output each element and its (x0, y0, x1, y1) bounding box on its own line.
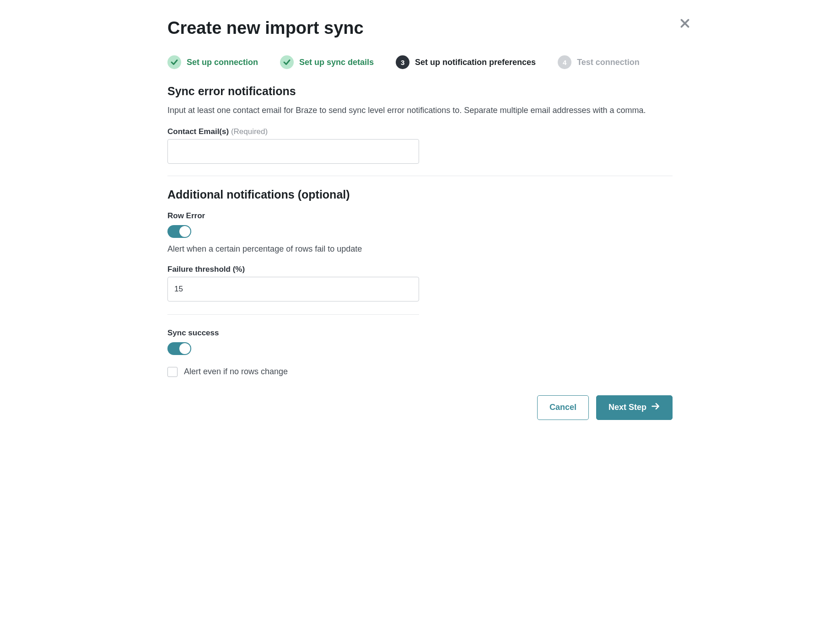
section-divider (167, 176, 673, 176)
additional-notifications-heading: Additional notifications (optional) (167, 188, 673, 201)
sync-success-toggle[interactable] (167, 342, 191, 355)
row-error-toggle[interactable] (167, 225, 191, 238)
arrow-right-icon (651, 402, 660, 413)
step-sync-details[interactable]: Set up sync details (280, 55, 374, 69)
alert-no-rows-checkbox[interactable] (167, 367, 178, 377)
sync-success-label: Sync success (167, 328, 673, 338)
sync-success-group: Sync success Alert even if no rows chang… (167, 328, 673, 377)
check-icon (167, 55, 181, 69)
failure-threshold-label: Failure threshold (%) (167, 265, 673, 274)
close-button[interactable] (676, 15, 694, 33)
create-import-sync-modal: Create new import sync Set up connection… (136, 0, 704, 434)
step-label: Set up sync details (299, 58, 374, 67)
check-icon (280, 55, 294, 69)
step-test-connection: 4 Test connection (558, 55, 640, 69)
subsection-divider (167, 314, 419, 315)
modal-footer: Cancel Next Step (167, 395, 673, 420)
step-number: 4 (558, 55, 571, 69)
failure-threshold-input[interactable] (167, 277, 419, 301)
row-error-description: Alert when a certain percentage of rows … (167, 244, 673, 254)
next-step-button[interactable]: Next Step (596, 395, 673, 420)
alert-no-rows-label: Alert even if no rows change (184, 367, 288, 377)
step-label: Test connection (577, 58, 640, 67)
step-label: Set up connection (187, 58, 258, 67)
stepper: Set up connection Set up sync details 3 … (167, 55, 673, 69)
contact-emails-input[interactable] (167, 139, 419, 164)
toggle-knob (179, 226, 190, 237)
row-error-group: Row Error Alert when a certain percentag… (167, 211, 673, 301)
contact-emails-label: Contact Email(s) (Required) (167, 127, 673, 136)
toggle-knob (179, 343, 190, 354)
sync-error-heading: Sync error notifications (167, 85, 673, 98)
close-icon (679, 24, 691, 31)
page-title: Create new import sync (167, 18, 673, 38)
step-connection[interactable]: Set up connection (167, 55, 258, 69)
step-number: 3 (396, 55, 409, 69)
cancel-button[interactable]: Cancel (537, 395, 589, 420)
step-label: Set up notification preferences (415, 58, 536, 67)
step-notification-preferences[interactable]: 3 Set up notification preferences (396, 55, 536, 69)
sync-error-description: Input at least one contact email for Bra… (167, 104, 673, 117)
row-error-label: Row Error (167, 211, 673, 221)
